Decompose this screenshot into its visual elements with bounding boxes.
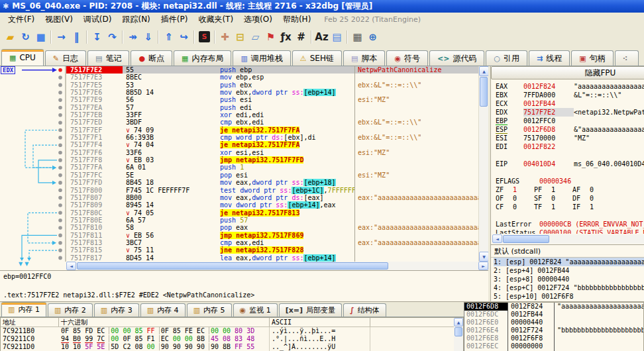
stack-row[interactable]: 0012F6E80012F6F8 (464, 334, 643, 342)
disasm-bytes[interactable]: 8BEC (123, 74, 219, 81)
stack-value[interactable]: 00000440 (508, 319, 555, 326)
stack-row[interactable]: 0012F6D80012F824"aaaaaaaaaaaaaaaaaaaaaaa… (464, 303, 643, 311)
disasm-instruction[interactable]: je netapi32.7517F813 (219, 209, 354, 217)
hex-byte[interactable]: FE (185, 327, 193, 334)
disasm-bytes[interactable]: ∨ 74 04 (123, 141, 219, 148)
disasm-instruction[interactable]: lea eax,dword ptr ss:[ebp+14] (219, 254, 354, 262)
registers-list[interactable]: EAX0012F824"aaaaaaaaaaaaaaaaaaaaaaaaaaaa… (491, 79, 644, 234)
tab-source[interactable]: <>源代码 (429, 50, 484, 66)
disasm-instruction[interactable]: push ebx (219, 81, 354, 89)
stack-row[interactable]: 0012F6EC00000000 (464, 342, 643, 350)
tab-watch-1[interactable]: ◉监视 1 (233, 303, 278, 317)
disasm-bytes[interactable]: 53 (123, 81, 219, 89)
argument-row[interactable]: 5: [esp+10] 0012F6F8 (494, 292, 644, 301)
disasm-instruction[interactable]: pop esi (219, 172, 354, 179)
disasm-comment[interactable] (354, 89, 478, 96)
hex-byte[interactable]: 00 (147, 343, 155, 350)
hex-byte[interactable]: 00 (111, 327, 119, 334)
disasm-bytes[interactable]: 33F6 (123, 149, 219, 156)
disasm-instruction[interactable]: mov ebp,esp (219, 74, 354, 81)
hex-byte[interactable]: 5D (111, 343, 119, 350)
disasm-row[interactable]: 7517F7FD8B45 18mov eax,dword ptr ss:[ebp… (0, 179, 478, 186)
hex-byte[interactable]: 8B (223, 343, 231, 350)
disasm-instruction[interactable]: je netapi32.7517F7FA (219, 141, 354, 148)
flag-value[interactable]: 1 (590, 203, 611, 211)
memory-dump-table[interactable]: 地址 十六进制 ASCII 7C9211B00F 85 FD EC 00 00 … (1, 318, 454, 351)
disasm-instruction[interactable]: jmp netapi32.7517F7FD (219, 156, 354, 164)
tab-handles[interactable]: ▣句柄 (571, 50, 613, 66)
hex-byte[interactable]: 10 (73, 343, 81, 350)
menu-item[interactable]: 帮助(H) (278, 13, 316, 26)
menu-item[interactable]: 选项(O) (239, 13, 278, 26)
disasm-address[interactable]: 7517F800 (66, 187, 123, 194)
hex-byte[interactable]: 90 (173, 343, 181, 350)
hex-byte[interactable]: 99 (85, 335, 93, 343)
hex-byte[interactable]: 55 (246, 343, 254, 350)
register-row[interactable]: CF0TF1IF1 (496, 203, 644, 211)
run-to-user-code-icon[interactable]: ↪ (176, 29, 191, 44)
disasm-bytes[interactable]: ∨ EB 56 (123, 232, 219, 239)
disasm-instruction[interactable]: push ebp (219, 66, 354, 74)
register-row[interactable]: EBP0012FFC0 (496, 117, 644, 125)
disasm-row[interactable]: 7517F800F745 1C FEFFFF7Ftest dword ptr s… (0, 187, 478, 194)
hex-byte[interactable]: 85 (173, 327, 181, 334)
menu-item[interactable]: 收藏夹(T) (193, 13, 239, 26)
hex-byte[interactable]: 90 (197, 343, 205, 350)
register-row[interactable]: ZF1PF1AF0 (496, 185, 644, 194)
register-value[interactable]: 0012FFC0 (523, 117, 574, 125)
disasm-comment[interactable] (354, 156, 478, 164)
disasm-bytes[interactable]: 6A 57 (123, 217, 219, 224)
disasm-instruction[interactable]: xor esi,esi (219, 149, 354, 156)
disasm-address[interactable]: 7517F817 (66, 254, 123, 262)
assemble-icon[interactable]: Az (314, 29, 329, 44)
stack-address[interactable]: 0012F6DC (464, 311, 508, 319)
dump-ascii[interactable]: .°.|...ñì...E..H (270, 335, 370, 343)
disasm-comment[interactable]: eax:"aaaaaaaaaaaaaaaaaaaaaaaaaaaaaaaa (354, 239, 478, 246)
argument-row[interactable]: 4: [esp+C] 0012F724 "bbbbbbbbbbbbbbbbbbb… (494, 283, 644, 292)
disasm-row[interactable]: 7517F8078B00mov eax,dword ptr ds:[eax]ea… (0, 194, 478, 201)
register-value[interactable]: 0012F824 (523, 82, 574, 91)
disasm-row[interactable]: 7517F815∨ 75 11jne netapi32.7517F828 (0, 246, 478, 254)
hex-byte[interactable]: 45 (211, 335, 219, 342)
stack-pane[interactable]: 0012F6D80012F824"aaaaaaaaaaaaaaaaaaaaaaa… (464, 302, 644, 351)
disasm-address[interactable]: 7517F7E6 (66, 89, 123, 96)
disasm-comment[interactable] (354, 104, 478, 111)
disasm-address[interactable]: 7517F7F1 (66, 134, 123, 141)
hex-byte[interactable]: 08 (223, 335, 231, 342)
disasm-bytes[interactable]: 58 (123, 224, 219, 231)
dump-address[interactable]: 7C9211B0 (1, 327, 59, 335)
disasm-row[interactable]: 7517F80E6A 57push 57 (0, 217, 478, 224)
disasm-row[interactable]: 7517F7F8∨ EB 03jmp netapi32.7517F7FD (0, 156, 478, 164)
scroll-track[interactable] (389, 262, 478, 270)
hex-byte[interactable]: 5F (85, 343, 93, 350)
stack-value[interactable]: 0012FB44 (508, 311, 555, 319)
tab-seh-chain[interactable]: ⚠SEH链 (292, 50, 342, 66)
tab-dump-4[interactable]: ▥内存 4 (140, 303, 186, 317)
disasm-bytes[interactable]: 55 (123, 66, 219, 74)
disasm-instruction[interactable]: mov eax,dword ptr ds:[eax] (219, 194, 354, 201)
flag-value[interactable]: 0 (513, 194, 534, 203)
scroll-thumb[interactable] (77, 262, 388, 270)
disasm-comment[interactable] (354, 74, 478, 81)
tab-dump-2[interactable]: ▥内存 2 (48, 303, 93, 317)
scroll-left-icon[interactable]: ◄ (492, 234, 502, 243)
disasm-comment[interactable] (354, 217, 478, 224)
scroll-down-icon[interactable]: ▼ (479, 252, 489, 262)
stack-row[interactable]: 0012F6E40012F724"bbbbbbbbbbbbbbbbbbbbbbb… (464, 326, 643, 334)
hex-byte[interactable]: 00 (123, 327, 131, 334)
stack-row[interactable]: 0012F6DC0012FB44 (464, 311, 643, 319)
flag-value[interactable]: 0 (551, 194, 572, 203)
disasm-comment[interactable]: esi:"MZ" (354, 149, 478, 156)
stack-value[interactable]: 0012F6F8 (508, 334, 555, 342)
register-row[interactable]: EDI0012F822 (496, 142, 644, 151)
disasm-address[interactable]: 7517F809 (66, 201, 123, 209)
hex-byte[interactable]: F1 (147, 335, 155, 342)
patch-icon[interactable]: ✚ (217, 29, 233, 44)
memory-dump-row[interactable]: 7C9211B00F 85 FD EC 00 00 85 FF 0F 85 FE… (1, 327, 454, 335)
register-value[interactable]: 7517F7E2 (523, 108, 574, 117)
disasm-address[interactable]: 7517F7E5 (66, 81, 123, 89)
open-file-icon[interactable]: ▰ (3, 29, 18, 44)
tab-breakpoints[interactable]: ●断点 (131, 50, 172, 66)
menu-item[interactable]: 调试(D) (78, 13, 117, 26)
disasm-row[interactable]: 7517F8133BC7cmp eax,edieax:"aaaaaaaaaaaa… (0, 239, 478, 246)
